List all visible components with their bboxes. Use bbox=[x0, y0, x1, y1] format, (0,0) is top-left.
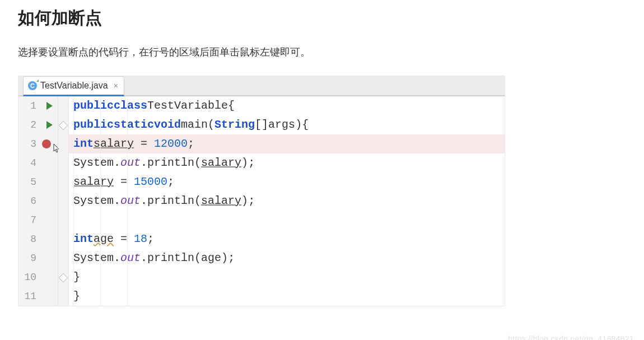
code-line: } bbox=[69, 287, 505, 306]
gutter-slot[interactable] bbox=[41, 192, 58, 211]
gutter-markers[interactable] bbox=[41, 96, 58, 306]
fold-open-icon[interactable] bbox=[59, 121, 68, 131]
code-line: } bbox=[69, 268, 505, 287]
file-tab-label: TestVariable.java bbox=[40, 81, 108, 91]
line-number: 11 bbox=[21, 287, 39, 306]
java-class-icon: C bbox=[28, 81, 37, 90]
section-heading: 如何加断点 bbox=[18, 7, 626, 30]
line-number: 6 bbox=[21, 192, 39, 211]
code-line: public class TestVariable { bbox=[69, 96, 505, 115]
run-icon bbox=[46, 121, 53, 129]
code-line: System.out.println(age); bbox=[69, 249, 505, 268]
code-editor: C TestVariable.java × 1 2 3 4 5 6 7 8 9 … bbox=[18, 76, 505, 306]
fold-column[interactable] bbox=[58, 96, 68, 306]
code-line: public static void main(String[] args) { bbox=[69, 115, 505, 134]
line-numbers: 1 2 3 4 5 6 7 8 9 10 11 bbox=[18, 96, 41, 306]
code-line: salary = 15000; bbox=[69, 173, 505, 192]
line-number: 9 bbox=[21, 249, 39, 268]
gutter-slot[interactable] bbox=[41, 211, 58, 230]
line-number: 3 bbox=[21, 134, 39, 153]
run-icon bbox=[46, 102, 53, 110]
code-body[interactable]: public class TestVariable { public stati… bbox=[69, 96, 505, 306]
code-area: 1 2 3 4 5 6 7 8 9 10 11 bbox=[18, 96, 505, 306]
code-line-breakpoint: int salary = 12000; bbox=[69, 134, 505, 153]
line-number: 5 bbox=[21, 173, 39, 192]
watermark-text: https://blog.csdn.net/qq_41684621 bbox=[508, 334, 634, 340]
code-line: int age = 18; bbox=[69, 230, 505, 249]
fold-close-icon[interactable] bbox=[59, 273, 68, 283]
code-line: System.out.println(salary); bbox=[69, 192, 505, 211]
run-marker[interactable] bbox=[41, 96, 58, 115]
line-number: 8 bbox=[21, 230, 39, 249]
gutter-slot[interactable] bbox=[41, 173, 58, 192]
line-number: 10 bbox=[21, 268, 39, 287]
file-tab[interactable]: C TestVariable.java × bbox=[23, 76, 124, 96]
gutter-slot[interactable] bbox=[41, 287, 58, 306]
line-number: 1 bbox=[21, 96, 39, 115]
editor-tabbar: C TestVariable.java × bbox=[18, 76, 505, 96]
intro-text: 选择要设置断点的代码行，在行号的区域后面单击鼠标左键即可。 bbox=[18, 45, 626, 59]
code-line: System.out.println(salary); bbox=[69, 153, 505, 173]
gutter[interactable]: 1 2 3 4 5 6 7 8 9 10 11 bbox=[18, 96, 69, 306]
gutter-slot[interactable] bbox=[41, 249, 58, 268]
line-number: 4 bbox=[21, 153, 39, 173]
code-line bbox=[69, 211, 505, 230]
line-number: 2 bbox=[21, 115, 39, 134]
gutter-slot[interactable] bbox=[41, 230, 58, 249]
gutter-slot[interactable] bbox=[41, 268, 58, 287]
line-number: 7 bbox=[21, 211, 39, 230]
close-icon[interactable]: × bbox=[114, 81, 118, 90]
breakpoint-marker[interactable] bbox=[41, 134, 58, 153]
run-marker[interactable] bbox=[41, 115, 58, 134]
gutter-slot[interactable] bbox=[41, 153, 58, 173]
breakpoint-icon bbox=[42, 139, 51, 148]
